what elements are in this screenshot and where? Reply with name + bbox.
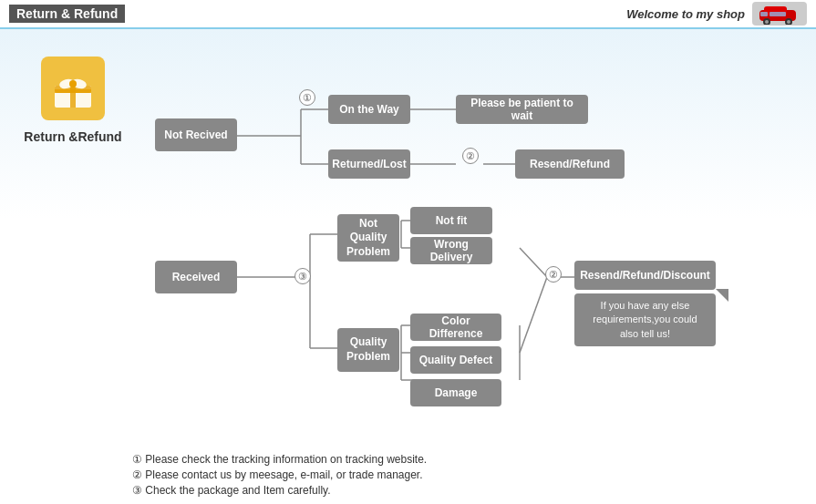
header: Return & Refund Welcome to my shop [0,0,816,29]
left-panel-title: Return &Refund [24,129,121,144]
left-panel: Return &Refund [18,38,128,504]
diagram: Not Recived ① On the Way Returned/Lost P… [128,38,816,504]
node-quality-problem: Quality Problem [337,328,399,372]
node-returned-lost: Returned/Lost [328,149,410,179]
svg-rect-7 [770,12,786,16]
header-title: Return & Refund [9,5,125,23]
svg-line-38 [520,277,547,353]
node-resend-refund-discount: Resend/Refund/Discount [574,261,716,290]
main-content: Return &Refund [0,29,816,504]
node-wrong-delivery: Wrong Delivery [410,237,492,264]
node-on-the-way: On the Way [328,95,410,124]
node-if-requirements: If you have any else requirements,you co… [574,293,716,346]
circle-2-bottom: ② [545,266,562,283]
svg-line-36 [520,248,547,277]
svg-rect-6 [760,12,768,16]
node-received: Received [155,261,237,293]
node-quality-defect: Quality Defect [410,346,501,374]
node-please-wait: Please be patient to wait [456,95,588,124]
svg-point-14 [69,80,77,87]
node-damage: Damage [410,379,501,406]
header-car-image [752,2,807,26]
notch-arrow [716,289,728,302]
node-resend-refund: Resend/Refund [515,149,625,179]
header-welcome: Welcome to my shop [626,7,745,21]
node-not-quality: Not Quality Problem [337,214,399,262]
circle-2-top: ② [462,148,479,164]
note-3: ③ Check the package and Item carefully. [132,484,427,497]
circle-3: ③ [294,268,311,284]
svg-rect-10 [70,86,76,108]
svg-point-4 [765,20,769,24]
svg-rect-11 [55,89,91,93]
note-2: ② Please contact us by meesage, e-mail, … [132,468,427,481]
circle-1: ① [299,89,315,106]
note-1: ① Please check the tracking information … [132,453,427,466]
node-not-received: Not Recived [155,118,237,151]
node-not-fit: Not fit [410,207,492,234]
notes-section: ① Please check the tracking information … [132,453,427,499]
svg-point-5 [787,20,790,24]
node-color-diff: Color Difference [410,314,501,341]
gift-icon [41,57,105,120]
